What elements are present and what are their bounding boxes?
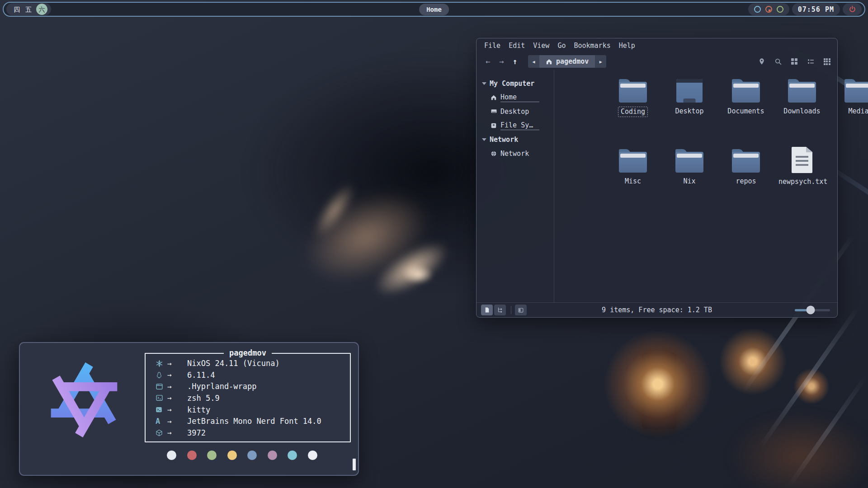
workspace-6-active[interactable]: 六 <box>36 4 47 15</box>
menu-bookmarks[interactable]: Bookmarks <box>570 40 614 51</box>
palette-dot <box>268 450 277 460</box>
green-ring-indicator-icon[interactable] <box>777 6 783 13</box>
filesystem-icon <box>490 122 497 129</box>
tree-pane-button[interactable] <box>494 305 506 315</box>
file-item-misc[interactable]: Misc <box>605 149 661 186</box>
palette-dot <box>247 450 257 460</box>
kernel-value: 6.11.4 <box>187 371 215 380</box>
file-item-desktop[interactable]: Desktop <box>661 79 717 116</box>
sidebar-item-file-system[interactable]: File Sy… <box>482 118 554 132</box>
expander-triangle-icon[interactable] <box>482 138 486 141</box>
menu-go[interactable]: Go <box>553 40 570 51</box>
font-value: JetBrains Mono Nerd Font 14.0 <box>187 417 321 426</box>
back-button[interactable]: ← <box>481 55 495 68</box>
forward-arrow-icon: → <box>499 57 504 66</box>
packages-value: 3972 <box>187 428 206 437</box>
search-button[interactable] <box>772 56 784 67</box>
wm-window-icon <box>156 383 167 390</box>
search-icon <box>774 58 782 66</box>
terminal-color-palette <box>167 450 317 460</box>
file-item-repos[interactable]: repos <box>718 149 774 186</box>
path-bar: ◀ pagedmov ▶ <box>528 55 606 68</box>
sidebar-section-label: My Computer <box>490 80 534 88</box>
sidebar-item-home[interactable]: Home <box>482 90 554 104</box>
arrow-glyph: → <box>167 371 187 379</box>
zoom-slider-knob[interactable] <box>807 306 815 314</box>
side-pane-toggle-button[interactable] <box>515 305 527 315</box>
kernel-tux-icon <box>156 371 167 379</box>
menu-file[interactable]: File <box>480 40 505 51</box>
status-bar: 四 五 六 Home 07:56 PM <box>3 2 865 17</box>
arrow-glyph: → <box>167 417 187 426</box>
file-item-downloads[interactable]: Downloads <box>774 79 830 116</box>
file-label: repos <box>734 177 758 186</box>
globe-icon <box>490 150 497 157</box>
menu-view[interactable]: View <box>529 40 553 51</box>
system-tray <box>748 3 789 15</box>
zoom-slider[interactable] <box>795 309 830 311</box>
wallpaper-hair-strand <box>296 164 373 256</box>
nixos-snowflake-icon <box>156 360 167 367</box>
fetch-row-kernel: → 6.11.4 <box>156 370 345 380</box>
compact-view-grid-icon <box>824 58 830 65</box>
file-item-nix[interactable]: Nix <box>661 149 717 186</box>
icon-view-grid-icon <box>791 58 797 65</box>
current-path-tab[interactable]: pagedmov <box>539 55 595 68</box>
blue-ring-indicator-icon[interactable] <box>754 6 761 13</box>
nixos-logo <box>42 357 127 442</box>
sidebar-section-my-computer[interactable]: My Computer <box>482 76 554 90</box>
workspace-5[interactable]: 五 <box>24 6 33 13</box>
folder-icon <box>732 149 760 173</box>
menu-edit[interactable]: Edit <box>505 40 529 51</box>
fastfetch-box: pagedmov → NixOS 24.11 (Vicuna) → 6.11.4 <box>145 353 351 442</box>
arrow-glyph: → <box>167 405 187 414</box>
terminal-window[interactable]: pagedmov → NixOS 24.11 (Vicuna) → 6.11.4 <box>19 342 359 476</box>
os-value: NixOS 24.11 (Vicuna) <box>187 359 280 368</box>
folder-icon <box>732 79 760 103</box>
sidebar-item-label: Desktop <box>500 108 529 116</box>
up-button[interactable]: ↑ <box>508 55 522 68</box>
items-summary: 9 items, Free space: 1.2 TB <box>602 306 712 314</box>
arrow-glyph: → <box>167 359 187 368</box>
wallpaper-warm-glow <box>705 398 868 488</box>
home-icon <box>490 94 497 101</box>
forward-button[interactable]: → <box>495 55 508 68</box>
palette-dot <box>308 450 317 460</box>
desktop-folder-icon <box>676 79 703 103</box>
sidebar-item-desktop[interactable]: Desktop <box>482 104 554 118</box>
orange-pie-indicator-icon[interactable] <box>765 6 772 13</box>
file-grid: Coding Desktop Documents Downloads Media <box>554 70 837 302</box>
wallpaper-candle-glow <box>793 368 830 404</box>
wallpaper-light-streak <box>758 305 860 449</box>
places-pane-button[interactable] <box>481 305 493 315</box>
wallpaper-face-light <box>398 262 439 287</box>
back-arrow-icon: ← <box>486 57 490 66</box>
sidebar-section-network[interactable]: Network <box>482 132 554 146</box>
file-item-documents[interactable]: Documents <box>718 79 774 116</box>
folder-icon <box>619 79 647 103</box>
file-label: Documents <box>726 107 766 116</box>
expander-triangle-icon[interactable] <box>482 82 486 85</box>
sidebar-item-network[interactable]: Network <box>482 146 554 160</box>
power-button[interactable] <box>843 3 862 15</box>
icon-view-button[interactable] <box>788 56 800 67</box>
file-item-coding[interactable]: Coding <box>605 79 661 117</box>
compact-view-button[interactable] <box>821 56 833 67</box>
sidebar-item-label: Home <box>500 93 539 102</box>
tab-scroll-right-button[interactable]: ▶ <box>595 55 606 68</box>
workspaces-pill: 四 五 六 <box>6 3 51 15</box>
menu-help[interactable]: Help <box>615 40 639 51</box>
arrow-glyph: → <box>167 428 187 437</box>
list-view-button[interactable] <box>805 56 816 67</box>
workspace-4[interactable]: 四 <box>13 6 21 13</box>
file-label: Downloads <box>782 107 822 116</box>
folder-icon <box>788 79 816 103</box>
terminal-value: kitty <box>187 405 210 414</box>
file-label: Coding <box>618 107 648 117</box>
file-item-media[interactable]: Media <box>830 79 868 116</box>
tab-scroll-left-button[interactable]: ◀ <box>528 55 539 68</box>
file-item-newpsych-txt[interactable]: newpsych.txt <box>774 147 830 187</box>
location-button[interactable] <box>756 56 768 67</box>
file-label: Media <box>846 107 868 116</box>
menubar: File Edit View Go Bookmarks Help <box>476 38 837 53</box>
